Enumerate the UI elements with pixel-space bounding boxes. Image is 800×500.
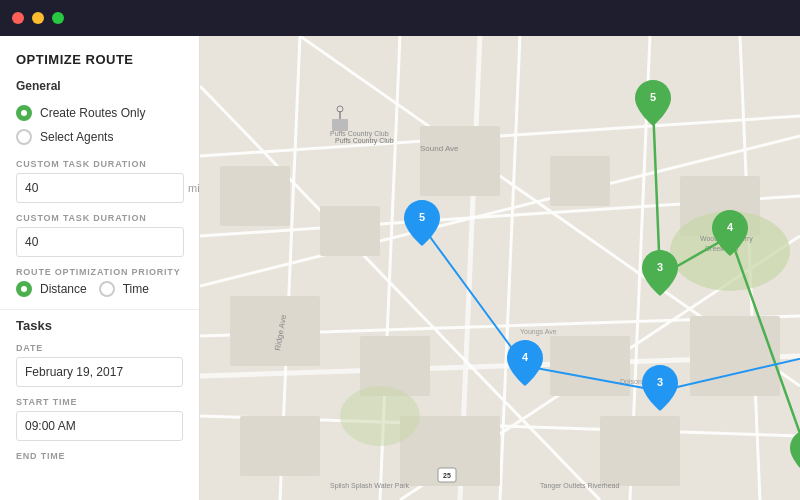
create-routes-only-option[interactable]: Create Routes Only xyxy=(0,101,199,125)
svg-text:5: 5 xyxy=(419,211,425,223)
svg-text:3: 3 xyxy=(657,376,663,388)
select-agents-radio[interactable] xyxy=(16,129,32,145)
tasks-title: Tasks xyxy=(16,318,183,333)
svg-rect-17 xyxy=(320,206,380,256)
svg-text:Splish Splash Water Park: Splish Splash Water Park xyxy=(330,482,410,490)
duration-suffix-1: min xyxy=(188,182,200,194)
time-option[interactable]: Time xyxy=(99,281,149,297)
svg-rect-25 xyxy=(240,416,320,476)
svg-text:Youngs Ave: Youngs Ave xyxy=(520,328,557,336)
minimize-button[interactable] xyxy=(32,12,44,24)
svg-text:4: 4 xyxy=(727,221,734,233)
start-time-input[interactable] xyxy=(16,411,183,441)
svg-rect-23 xyxy=(550,336,630,396)
tasks-section: Tasks DATE START TIME END TIME xyxy=(0,318,199,461)
priority-label: ROUTE OPTIMIZATION PRIORITY xyxy=(16,267,183,277)
select-agents-option[interactable]: Select Agents xyxy=(0,125,199,149)
custom-task-duration-2-group: CUSTOM TASK DURATION xyxy=(0,203,199,257)
close-button[interactable] xyxy=(12,12,24,24)
time-label: Time xyxy=(123,282,149,296)
select-agents-label: Select Agents xyxy=(40,130,113,144)
distance-option[interactable]: Distance xyxy=(16,281,87,297)
sidebar-title: OPTIMIZE ROUTE xyxy=(0,52,199,79)
date-input[interactable] xyxy=(16,357,183,387)
svg-text:Sound Ave: Sound Ave xyxy=(420,144,459,153)
end-time-label: END TIME xyxy=(16,451,183,461)
svg-rect-16 xyxy=(220,166,290,226)
svg-rect-19 xyxy=(550,156,610,206)
create-routes-only-label: Create Routes Only xyxy=(40,106,145,120)
distance-label: Distance xyxy=(40,282,87,296)
custom-task-duration-1-group: CUSTOM TASK DURATION min xyxy=(0,149,199,203)
main-content: OPTIMIZE ROUTE General Create Routes Onl… xyxy=(0,36,800,500)
svg-text:25: 25 xyxy=(443,472,451,479)
distance-radio[interactable] xyxy=(16,281,32,297)
route-optimization-priority-group: ROUTE OPTIMIZATION PRIORITY Distance Tim… xyxy=(0,257,199,297)
svg-text:4: 4 xyxy=(522,351,529,363)
maximize-button[interactable] xyxy=(52,12,64,24)
create-routes-only-radio[interactable] xyxy=(16,105,32,121)
svg-rect-24 xyxy=(690,316,780,396)
svg-rect-59 xyxy=(332,119,348,131)
date-label: DATE xyxy=(16,343,183,353)
svg-point-29 xyxy=(340,386,420,446)
svg-rect-21 xyxy=(230,296,320,366)
start-time-label: START TIME xyxy=(16,397,183,407)
svg-text:5: 5 xyxy=(650,91,656,103)
time-radio[interactable] xyxy=(99,281,115,297)
custom-task-duration-2-label: CUSTOM TASK DURATION xyxy=(16,213,183,223)
custom-task-duration-2-input[interactable] xyxy=(16,227,184,257)
svg-text:3: 3 xyxy=(657,261,663,273)
svg-text:Puffs Country Club: Puffs Country Club xyxy=(335,137,394,145)
sidebar: OPTIMIZE ROUTE General Create Routes Onl… xyxy=(0,36,200,500)
svg-text:Tanger Outlets Riverhead: Tanger Outlets Riverhead xyxy=(540,482,619,490)
svg-rect-18 xyxy=(420,126,500,196)
map-background: Sound Ave Ridge Ave Woods At Cherry Cree… xyxy=(200,36,800,500)
general-section-label: General xyxy=(0,79,199,101)
custom-task-duration-1-input[interactable] xyxy=(16,173,184,203)
custom-task-duration-1-label: CUSTOM TASK DURATION xyxy=(16,159,183,169)
titlebar xyxy=(0,0,800,36)
map-area: Sound Ave Ridge Ave Woods At Cherry Cree… xyxy=(200,36,800,500)
svg-rect-27 xyxy=(600,416,680,486)
